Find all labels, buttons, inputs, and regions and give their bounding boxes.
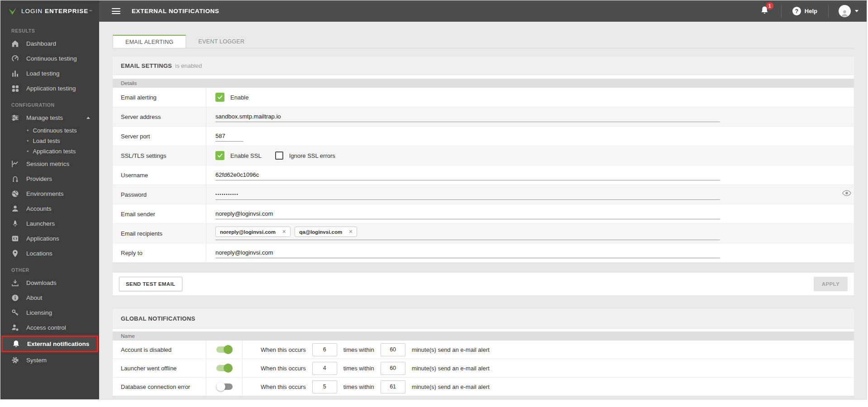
occurs-count-input[interactable] <box>312 343 337 356</box>
email-settings-header: EMAIL SETTINGS is enabled <box>113 57 854 75</box>
sidebar-item-accounts[interactable]: Accounts <box>0 201 99 216</box>
apply-button[interactable]: APPLY <box>814 277 848 291</box>
sidebar-item-application-testing[interactable]: Application testing <box>0 81 99 96</box>
sidebar-item-session-metrics[interactable]: Session metrics <box>0 156 99 171</box>
send-test-email-button[interactable]: SEND TEST EMAIL <box>119 277 182 291</box>
server-address-input[interactable] <box>215 111 720 122</box>
database-error-toggle[interactable] <box>216 383 233 390</box>
table-footer-strip <box>113 396 854 399</box>
code-icon <box>10 234 19 243</box>
password-input[interactable] <box>215 189 720 200</box>
apps-grid-icon <box>10 84 19 93</box>
chip-remove-icon[interactable]: ✕ <box>348 229 353 235</box>
global-notifications-title: GLOBAL NOTIFICATIONS <box>121 315 195 322</box>
name-header: Name <box>113 331 854 341</box>
reply-to-input[interactable] <box>215 247 720 258</box>
launcher-offline-toggle[interactable] <box>216 365 233 371</box>
within-minutes-input[interactable] <box>381 362 405 375</box>
server-port-input[interactable] <box>215 131 243 142</box>
line-chart-icon <box>10 160 19 169</box>
map-pin-icon <box>10 249 19 258</box>
main-area: EXTERNAL NOTIFICATIONS 1 ? Help <box>99 0 867 399</box>
key-icon <box>10 308 19 317</box>
email-sender-input[interactable] <box>215 208 720 219</box>
enable-checkbox[interactable] <box>215 93 224 102</box>
home-icon <box>10 39 19 48</box>
chevron-up-icon[interactable] <box>86 117 90 119</box>
password-row: Password <box>113 185 854 204</box>
brand-trademark: ™ <box>89 9 92 13</box>
bullet-icon: • <box>27 137 29 144</box>
username-row: Username <box>113 166 854 185</box>
sidebar-item-access-control[interactable]: Access control <box>0 320 99 335</box>
sidebar-item-continuous-tests[interactable]: • Continuous tests <box>0 125 99 136</box>
ignore-ssl-errors-checkbox[interactable] <box>275 151 283 160</box>
within-minutes-input[interactable] <box>381 343 405 356</box>
chip-remove-icon[interactable]: ✕ <box>282 229 286 235</box>
within-minutes-input[interactable] <box>381 380 405 393</box>
brand-logo[interactable]: LOGIN ENTERPRISE ™ <box>0 0 99 22</box>
email-settings-footer: SEND TEST EMAIL APPLY <box>113 273 854 295</box>
enable-ssl-checkbox[interactable] <box>215 151 224 160</box>
sidebar-item-manage-tests[interactable]: Manage tests <box>0 110 99 125</box>
bar-chart-icon <box>10 69 19 78</box>
recipient-chips[interactable]: noreply@loginvsi.com ✕ qa@loginvsi.com ✕ <box>215 227 720 240</box>
details-header: Details <box>113 79 854 88</box>
global-notifications-header: GLOBAL NOTIFICATIONS <box>113 309 854 329</box>
email-alerting-row: Email alerting Enable <box>113 88 854 107</box>
account-disabled-toggle[interactable] <box>216 346 233 353</box>
brand-word-login: LOGIN <box>21 8 43 14</box>
email-recipients-row: Email recipients noreply@loginvsi.com ✕ … <box>113 224 854 243</box>
sidebar-item-licensing[interactable]: Licensing <box>0 305 99 320</box>
brand-word-enterprise: ENTERPRISE <box>45 8 88 14</box>
sidebar-item-about[interactable]: About <box>0 290 99 305</box>
globe-icon <box>10 189 19 199</box>
download-icon <box>10 279 19 288</box>
notifications-bell-button[interactable]: 1 <box>760 5 769 17</box>
username-input[interactable] <box>215 170 720 180</box>
ssl-settings-row: SSL/TLS settings Enable SSL Ignore SSL e… <box>113 146 854 166</box>
sidebar-item-launchers[interactable]: Launchers <box>0 216 99 231</box>
sidebar-section-configuration: CONFIGURATION <box>0 96 99 110</box>
page-title: EXTERNAL NOTIFICATIONS <box>132 8 219 14</box>
bell-icon <box>11 340 20 349</box>
occurs-count-input[interactable] <box>312 362 337 375</box>
tab-event-logger[interactable]: EVENT LOGGER <box>186 35 257 48</box>
topbar: EXTERNAL NOTIFICATIONS 1 ? Help <box>99 0 867 22</box>
gear-icon <box>10 356 19 365</box>
sidebar-item-external-notifications[interactable]: External notifications <box>1 336 98 352</box>
password-visibility-icon[interactable] <box>842 190 851 198</box>
rocket-icon <box>10 219 19 228</box>
tab-bar: EMAIL ALERTING EVENT LOGGER <box>113 35 854 48</box>
occurs-count-input[interactable] <box>312 380 337 393</box>
sidebar-item-environments[interactable]: Environments <box>0 186 99 201</box>
sidebar-item-application-tests[interactable]: • Application tests <box>0 146 99 156</box>
help-button[interactable]: ? Help <box>782 7 828 15</box>
tab-email-alerting[interactable]: EMAIL ALERTING <box>113 35 186 48</box>
sidebar-item-load-testing[interactable]: Load testing <box>0 66 99 81</box>
reply-to-row: Reply to <box>113 243 854 263</box>
sidebar-item-downloads[interactable]: Downloads <box>0 275 99 290</box>
sidebar-section-results: RESULTS <box>0 22 99 36</box>
sidebar-section-other: OTHER <box>0 261 99 275</box>
server-address-row: Server address <box>113 107 854 127</box>
sidebar-item-applications[interactable]: Applications <box>0 231 99 246</box>
menu-icon[interactable] <box>112 8 120 14</box>
email-settings-card: EMAIL SETTINGS is enabled Details Email … <box>113 57 854 295</box>
notification-row-database-error: Database connection error When this occu… <box>113 378 854 396</box>
sidebar-item-continuous-testing[interactable]: Continuous testing <box>0 51 99 66</box>
recipient-chip: qa@loginvsi.com ✕ <box>295 227 357 237</box>
question-mark-icon: ? <box>792 7 801 15</box>
app-window: LOGIN ENTERPRISE ™ RESULTS Dashboard Con… <box>0 0 867 400</box>
sidebar-item-system[interactable]: System <box>0 353 99 368</box>
sidebar-item-locations[interactable]: Locations <box>0 246 99 261</box>
info-icon <box>10 293 19 303</box>
sidebar-item-providers[interactable]: Providers <box>0 171 99 186</box>
user-menu-button[interactable] <box>829 5 867 17</box>
sidebar-item-load-tests[interactable]: • Load tests <box>0 136 99 146</box>
avatar <box>839 5 851 17</box>
sidebar: LOGIN ENTERPRISE ™ RESULTS Dashboard Con… <box>0 0 99 399</box>
email-sender-row: Email sender <box>113 204 854 224</box>
login-enterprise-logo-icon <box>8 6 18 16</box>
sidebar-item-dashboard[interactable]: Dashboard <box>0 36 99 51</box>
